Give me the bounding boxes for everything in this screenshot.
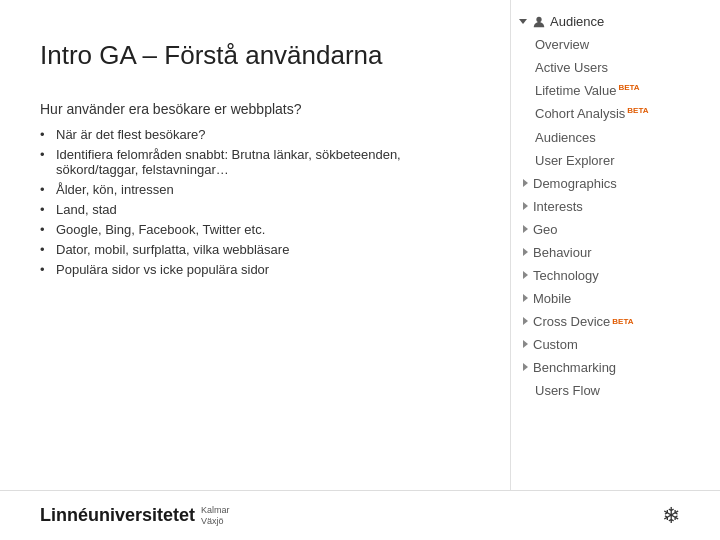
sidebar-item-label: Cross Device (533, 314, 610, 329)
sidebar-item-custom[interactable]: Custom (511, 333, 720, 356)
footer: Linnéuniversitetet Kalmar Växjö ❄ (0, 490, 720, 540)
arrow-right-icon (523, 248, 528, 256)
svg-point-0 (536, 16, 541, 21)
sidebar-item-label: Behaviour (533, 245, 592, 260)
beta-badge: BETA (627, 106, 648, 115)
beta-badge: BETA (618, 83, 639, 92)
list-item: Land, stad (40, 202, 480, 217)
sidebar-item-label: Cohort Analysis (535, 107, 625, 122)
page-title: Intro GA – Förstå användarna (40, 40, 480, 71)
sidebar-item-label: Interests (533, 199, 583, 214)
list-item: Populära sidor vs icke populära sidor (40, 262, 480, 277)
sidebar-item-label: Custom (533, 337, 578, 352)
person-icon (532, 15, 546, 29)
subtitle-text: Hur använder era besökare er webbplats? (40, 101, 480, 117)
logo-text: Linnéuniversitetet (40, 505, 195, 526)
sidebar-item-overview[interactable]: Overview (511, 33, 720, 56)
sidebar-item-cross-device[interactable]: Cross DeviceBETA (511, 310, 720, 333)
list-item: Identifiera felområden snabbt: Brutna lä… (40, 147, 480, 177)
arrow-right-icon (523, 317, 528, 325)
sidebar-items-container: OverviewActive UsersLifetime ValueBETACo… (511, 33, 720, 402)
arrow-right-icon (523, 294, 528, 302)
sidebar-item-label: Technology (533, 268, 599, 283)
bullet-list: När är det flest besökare?Identifiera fe… (40, 127, 480, 277)
sidebar-item-demographics[interactable]: Demographics (511, 172, 720, 195)
sidebar-item-label: Lifetime Value (535, 83, 616, 98)
sidebar-item-audiences[interactable]: Audiences (511, 126, 720, 149)
arrow-down-icon (519, 19, 527, 24)
list-item: Google, Bing, Facebook, Twitter etc. (40, 222, 480, 237)
arrow-right-icon (523, 202, 528, 210)
sidebar-item-cohort-analysis[interactable]: Cohort AnalysisBETA (511, 102, 720, 125)
sidebar-item-benchmarking[interactable]: Benchmarking (511, 356, 720, 379)
sidebar-item-user-explorer[interactable]: User Explorer (511, 149, 720, 172)
sidebar-item-label: Overview (535, 37, 589, 52)
sidebar-item-label: Audiences (535, 130, 596, 145)
sidebar-item-lifetime-value[interactable]: Lifetime ValueBETA (511, 79, 720, 102)
sidebar-item-active-users[interactable]: Active Users (511, 56, 720, 79)
list-item: Dator, mobil, surfplatta, vilka webbläsa… (40, 242, 480, 257)
arrow-right-icon (523, 340, 528, 348)
logo-area: Linnéuniversitetet Kalmar Växjö (40, 505, 230, 527)
sidebar-item-mobile[interactable]: Mobile (511, 287, 720, 310)
sidebar-item-label: Active Users (535, 60, 608, 75)
arrow-right-icon (523, 179, 528, 187)
sidebar-item-technology[interactable]: Technology (511, 264, 720, 287)
sidebar-item-behaviour[interactable]: Behaviour (511, 241, 720, 264)
sidebar-item-label: Demographics (533, 176, 617, 191)
sidebar-audience-label: Audience (550, 14, 604, 29)
logo-sub: Kalmar Växjö (201, 505, 230, 527)
sidebar-item-interests[interactable]: Interests (511, 195, 720, 218)
sidebar-item-label: Users Flow (535, 383, 600, 398)
arrow-right-icon (523, 225, 528, 233)
sidebar-audience-header[interactable]: Audience (511, 10, 720, 33)
sidebar-item-label: Mobile (533, 291, 571, 306)
arrow-right-icon (523, 271, 528, 279)
arrow-right-icon (523, 363, 528, 371)
sidebar: Audience OverviewActive UsersLifetime Va… (510, 0, 720, 490)
sidebar-item-label: User Explorer (535, 153, 614, 168)
sidebar-item-users-flow[interactable]: Users Flow (511, 379, 720, 402)
sidebar-item-geo[interactable]: Geo (511, 218, 720, 241)
list-item: Ålder, kön, intressen (40, 182, 480, 197)
sidebar-item-label: Benchmarking (533, 360, 616, 375)
snowflake-icon: ❄ (662, 503, 680, 529)
sidebar-item-label: Geo (533, 222, 558, 237)
list-item: När är det flest besökare? (40, 127, 480, 142)
beta-badge: BETA (612, 317, 633, 326)
